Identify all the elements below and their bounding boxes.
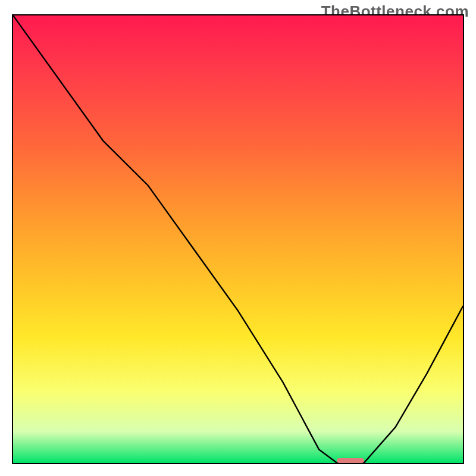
optimal-marker <box>337 458 364 463</box>
plot-border <box>12 14 464 464</box>
bottleneck-chart-frame: TheBottleneck.com <box>0 0 476 476</box>
curve-line <box>13 15 463 463</box>
plot-area <box>13 15 463 463</box>
bottleneck-curve <box>13 15 463 463</box>
